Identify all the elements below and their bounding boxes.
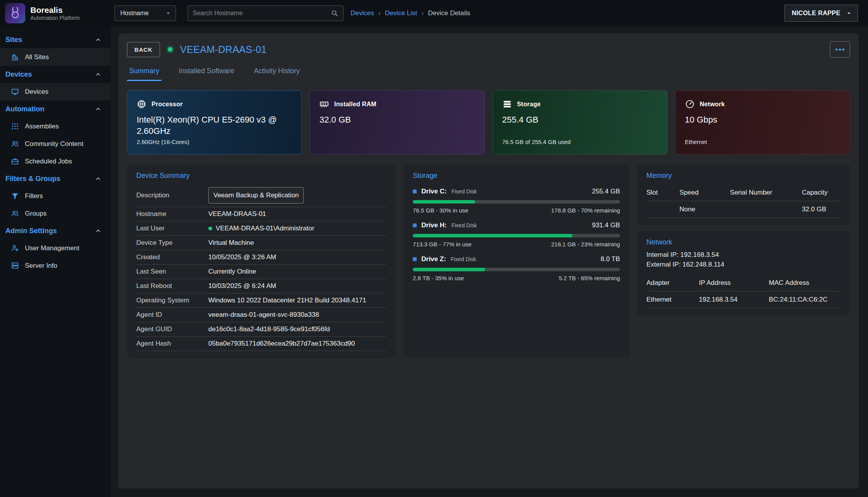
description-input[interactable] (208, 187, 304, 204)
device-name: VEEAM-DRAAS-01 (180, 44, 267, 55)
card-title: Processor (151, 101, 183, 108)
sidebar-item-label: Community Content (25, 140, 83, 148)
summary-row-last-seen: Last Seen Currently Online (136, 265, 386, 279)
sidebar-section-devices[interactable]: Devices (0, 66, 111, 83)
network-ips: Internal IP: 192.168.3.54 External IP: 1… (646, 250, 841, 269)
app-subtitle: Automation Platform (30, 15, 80, 21)
card-title: Storage (517, 101, 541, 108)
sidebar-section-filters-groups[interactable]: Filters & Groups (0, 170, 111, 187)
sidebar-item-label: Devices (25, 88, 48, 96)
memory-header-serial: Serial Number (730, 184, 802, 201)
drive-c: Drive C: Fixed Disk 255.4 GB 76.5 GB - 3… (413, 188, 620, 214)
chevron-up-icon (94, 175, 102, 183)
sidebar-item-assemblies[interactable]: Assemblies (0, 118, 111, 135)
filter-funnel-icon (11, 192, 19, 200)
summary-row-agent-hash: Agent Hash 05ba0e7935171d626ecea29b27d7a… (136, 337, 386, 351)
search-field-dropdown[interactable]: Hostname (114, 5, 176, 21)
chevron-up-icon (94, 105, 102, 113)
ram-footer (319, 139, 475, 146)
tab-installed-software[interactable]: Installed Software (176, 62, 237, 81)
memory-header-capacity: Capacity (802, 184, 841, 201)
sidebar-item-filters[interactable]: Filters (0, 187, 111, 205)
drive-bullet-icon (413, 223, 417, 227)
sidebar-item-server-info[interactable]: Server Info (0, 257, 111, 274)
network-value: 10 Gbps (685, 114, 840, 126)
sidebar-item-user-management[interactable]: User Management (0, 239, 111, 257)
user-menu-button[interactable]: NICOLE RAPPE (784, 5, 858, 22)
summary-row-description: Description (136, 184, 386, 207)
drive-usage-fill (413, 268, 485, 271)
panel-title: Storage (413, 172, 620, 180)
search-icon (331, 9, 338, 17)
summary-row-agent-id: Agent ID veeam-draas-01-agent-svc-8930a3… (136, 308, 386, 322)
memory-panel: Memory Slot Speed Serial Number Capacity… (637, 165, 850, 225)
network-cell-adapter: Ethernet (646, 292, 699, 308)
tab-summary[interactable]: Summary (127, 62, 162, 81)
sidebar-item-label: Groups (25, 210, 47, 218)
network-header-ip: IP Address (699, 275, 769, 292)
storage-footer: 76.5 GB of 255.4 GB used (502, 139, 658, 146)
section-label: Automation (5, 105, 44, 113)
online-dot (208, 227, 212, 230)
section-label: Sites (5, 36, 22, 44)
tab-activity-history[interactable]: Activity History (252, 62, 302, 81)
panel-title: Device Summary (136, 172, 386, 180)
search-field-dropdown-value: Hostname (120, 10, 149, 17)
stat-cards: Processor Intel(R) Xeon(R) CPU E5-2690 v… (127, 90, 850, 155)
detail-columns: Device Summary Description Hostname VEEA… (127, 165, 850, 358)
sidebar-item-label: All Sites (25, 53, 49, 61)
summary-row-last-user: Last User VEEAM-DRAAS-01\Administrator (136, 221, 386, 236)
network-adapters-table: Adapter IP Address MAC Address Ethernet … (646, 275, 841, 308)
drive-remaining-text: 178.8 GB - 70% remaining (551, 207, 620, 214)
brand: Borealis Automation Platform (0, 3, 111, 23)
card-title: Network (700, 101, 725, 108)
panel-title: Network (646, 238, 841, 246)
breadcrumb-separator: › (421, 9, 424, 17)
network-cell-ip: 192.168.3.54 (699, 292, 769, 308)
sidebar-item-devices[interactable]: Devices (0, 83, 111, 100)
network-header-mac: MAC Address (769, 275, 841, 292)
rabbit-icon (8, 6, 23, 21)
right-column: Memory Slot Speed Serial Number Capacity… (637, 165, 850, 315)
drive-usage-fill (413, 200, 475, 204)
network-cell-mac: BC:24:11:CA:C6:2C (769, 292, 841, 308)
memory-cell-speed: None (680, 201, 730, 218)
breadcrumb-device-list[interactable]: Device List (385, 9, 417, 17)
network-card: Network 10 Gbps Ethernet (675, 90, 850, 155)
main-page: BACK VEEAM-DRAAS-01 ••• Summary Installe… (111, 26, 868, 497)
chevron-up-icon (94, 227, 102, 235)
sidebar-item-all-sites[interactable]: All Sites (0, 48, 111, 66)
breadcrumb-devices[interactable]: Devices (350, 9, 374, 17)
sidebar-section-automation[interactable]: Automation (0, 100, 111, 118)
chevron-up-icon (94, 70, 102, 78)
drive-used-text: 2.8 TB - 35% in use (413, 275, 464, 281)
drive-bullet-icon (413, 257, 417, 261)
sidebar-section-sites[interactable]: Sites (0, 31, 111, 48)
apps-grid-icon (11, 122, 19, 130)
sidebar-section-admin-settings[interactable]: Admin Settings (0, 222, 111, 239)
memory-table: Slot Speed Serial Number Capacity None 3… (646, 184, 841, 218)
drive-usage-bar (413, 200, 620, 204)
sidebar-item-scheduled-jobs[interactable]: Scheduled Jobs (0, 153, 111, 170)
memory-header-slot: Slot (646, 184, 680, 201)
topbar: Borealis Automation Platform Hostname De… (0, 0, 868, 26)
memory-header-speed: Speed (680, 184, 730, 201)
ram-value: 32.0 GB (319, 114, 475, 126)
online-status-dot (168, 47, 173, 52)
section-label: Devices (5, 70, 32, 79)
sidebar-item-label: Scheduled Jobs (25, 158, 72, 165)
processor-card: Processor Intel(R) Xeon(R) CPU E5-2690 v… (127, 90, 302, 155)
sidebar-item-groups[interactable]: Groups (0, 205, 111, 222)
user-name: NICOLE RAPPE (792, 10, 840, 17)
storage-panel: Storage Drive C: Fixed Disk 255.4 GB 76.… (403, 165, 629, 358)
drive-remaining-text: 218.1 GB - 23% remaining (551, 241, 620, 248)
sidebar-item-community-content[interactable]: Community Content (0, 135, 111, 153)
back-button[interactable]: BACK (127, 42, 160, 57)
card-title: Installed RAM (334, 101, 376, 108)
sidebar-item-label: Filters (25, 192, 43, 200)
sidebar-item-label: Assemblies (25, 123, 59, 130)
more-actions-button[interactable]: ••• (830, 41, 850, 58)
storage-card: Storage 255.4 GB 76.5 GB of 255.4 GB use… (493, 90, 667, 155)
storage-disks-icon (502, 99, 512, 109)
search-input[interactable] (193, 10, 331, 17)
